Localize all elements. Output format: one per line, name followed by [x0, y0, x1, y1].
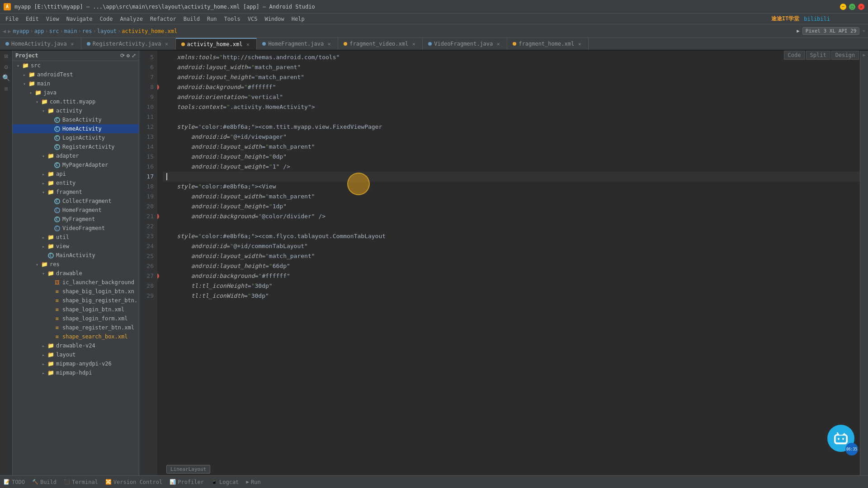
design-view-btn[interactable]: Design: [831, 51, 859, 60]
sidebar-header: Project ⟳ ⚙ ⤢: [13, 51, 139, 61]
tab-close-button[interactable]: ✕: [69, 41, 75, 47]
tree-item-HomeFragment[interactable]: CHomeFragment: [13, 206, 139, 215]
tree-item-MyPagerAdapter[interactable]: CMyPagerAdapter: [13, 160, 139, 169]
menu-item-window[interactable]: Window: [261, 15, 288, 23]
tree-item-fragment[interactable]: ▾📁fragment: [13, 188, 139, 197]
breadcrumb-item-2[interactable]: src: [49, 28, 59, 34]
tab-close-button[interactable]: ✕: [495, 41, 501, 47]
menu-item-vcs[interactable]: VCS: [244, 15, 261, 23]
tree-item-api[interactable]: ▸📁api: [13, 169, 139, 178]
tree-item-layout[interactable]: ▸📁layout: [13, 350, 139, 359]
gutter-icon-4[interactable]: ≡: [4, 85, 8, 92]
tree-item-shape_login_btn-xml[interactable]: ≡shape_login_btn.xml: [13, 305, 139, 314]
tab-close-button[interactable]: ✕: [410, 41, 417, 47]
tree-item-java[interactable]: ▾📁java: [13, 88, 139, 97]
tree-item-mipmap-hdpi[interactable]: ▸📁mipmap-hdpi: [13, 368, 139, 377]
menu-item-view[interactable]: View: [42, 15, 63, 23]
tree-item-HomeActivity[interactable]: CHomeActivity: [13, 124, 139, 133]
menu-item-refactor[interactable]: Refactor: [146, 15, 180, 23]
tree-item-shape_register_btn-xml[interactable]: ≡shape_register_btn.xml: [13, 323, 139, 332]
tree-item-BaseActivity[interactable]: CBaseActivity: [13, 115, 139, 124]
run-icon[interactable]: ▶: [797, 28, 800, 34]
bottom-tab-logcat[interactable]: 📱Logcat: [211, 479, 239, 485]
breadcrumb-item-4[interactable]: res: [82, 28, 92, 34]
tab-fragment_home-xml[interactable]: fragment_home.xml✕: [507, 38, 589, 50]
bottom-tab-terminal[interactable]: ⬛Terminal: [64, 479, 98, 485]
toolbar-icon-back[interactable]: ◀: [3, 28, 6, 34]
tree-item-view[interactable]: ▸📁view: [13, 242, 139, 251]
tab-fragment_video-xml[interactable]: fragment_video.xml✕: [338, 38, 423, 50]
tree-item-res[interactable]: ▾📁res: [13, 260, 139, 269]
bottom-tab-build[interactable]: 🔨Build: [32, 479, 57, 485]
breadcrumb-item-1[interactable]: app: [34, 28, 44, 34]
menu-item-run[interactable]: Run: [203, 15, 221, 23]
tree-item-MainActivity[interactable]: CMainActivity: [13, 251, 139, 260]
split-view-btn[interactable]: Split: [806, 51, 830, 60]
menu-item-file[interactable]: File: [2, 15, 22, 23]
tree-item-CollectFragment[interactable]: CCollectFragment: [13, 197, 139, 206]
tab-label: fragment_home.xml: [519, 41, 574, 47]
gutter-icon-1[interactable]: ⊞: [4, 52, 8, 60]
tree-item-mipmap-anydpi-v26[interactable]: ▸📁mipmap-anydpi-v26: [13, 359, 139, 368]
tree-item-drawable[interactable]: ▾📁drawable: [13, 269, 139, 278]
bottom-tab-run[interactable]: ▶Run: [246, 479, 260, 485]
maximize-button[interactable]: □: [849, 4, 855, 10]
gutter-icon-2[interactable]: ⚙: [4, 63, 8, 70]
tree-item-shape_login_form-xml[interactable]: ≡shape_login_form.xml: [13, 314, 139, 323]
api-dropdown-arrow[interactable]: ▾: [862, 28, 865, 34]
bottom-tab-version-control[interactable]: 🔀Version Control: [105, 479, 162, 485]
menu-item-help[interactable]: Help: [288, 15, 308, 23]
device-selector[interactable]: Pixel 3 XL API 29: [802, 27, 860, 35]
sidebar-gear-icon[interactable]: ⚙: [127, 52, 130, 59]
tree-item-util[interactable]: ▸📁util: [13, 233, 139, 242]
menu-item-code[interactable]: Code: [96, 15, 117, 23]
editor-content[interactable]: xmlns:tools="http://schemas.android.com/…: [157, 51, 860, 475]
tree-item-src[interactable]: ▾📁src: [13, 61, 139, 70]
menu-item-build[interactable]: Build: [180, 15, 203, 23]
tree-item-shape_search_box-xml[interactable]: ≡shape_search_box.xml: [13, 332, 139, 341]
window-controls[interactable]: ─ □ ✕: [840, 4, 864, 10]
gutter-icon-3[interactable]: 🔍: [2, 74, 10, 81]
minimize-button[interactable]: ─: [840, 4, 846, 10]
breadcrumb-item-0[interactable]: myapp: [13, 28, 29, 34]
tree-arrow: ▸: [40, 244, 47, 249]
tab-RegisterActivity-java[interactable]: RegisterActivity.java✕: [81, 38, 176, 50]
tab-close-button[interactable]: ✕: [576, 41, 583, 47]
tree-item-VideoFragment[interactable]: CVideoFragment: [13, 224, 139, 233]
tab-VideoFragment-java[interactable]: VideoFragment.java✕: [423, 38, 507, 50]
tree-item-shape_big_register_btn-[interactable]: ≡shape_big_register_btn.: [13, 296, 139, 305]
breadcrumb-item-3[interactable]: main: [64, 28, 77, 34]
tab-HomeFragment-java[interactable]: HomeFragment.java✕: [257, 38, 338, 50]
tree-item-adapter[interactable]: ▾📁adapter: [13, 151, 139, 160]
bottom-tab-profiler[interactable]: 📊Profiler: [170, 479, 204, 485]
tree-item-activity[interactable]: ▾📁activity: [13, 106, 139, 115]
tree-item-entity[interactable]: ▸📁entity: [13, 178, 139, 188]
tree-item-androidTest[interactable]: ▸📁androidTest: [13, 70, 139, 79]
right-panel-icon[interactable]: ▶: [863, 52, 865, 57]
tree-item-main[interactable]: ▾📁main: [13, 79, 139, 88]
sidebar-expand-icon[interactable]: ⤢: [132, 52, 136, 59]
close-button[interactable]: ✕: [858, 4, 864, 10]
tab-activity_home-xml[interactable]: activity_home.xml✕: [176, 38, 257, 50]
tab-close-button[interactable]: ✕: [164, 41, 170, 47]
tab-HomeActivity-java[interactable]: HomeActivity.java✕: [0, 38, 81, 50]
tree-item-RegisterActivity[interactable]: CRegisterActivity: [13, 142, 139, 151]
tab-close-button[interactable]: ✕: [245, 41, 251, 47]
tab-close-button[interactable]: ✕: [326, 41, 332, 47]
toolbar-icon-forward[interactable]: ▶: [8, 28, 11, 34]
tree-item-MyFragment[interactable]: CMyFragment: [13, 215, 139, 224]
tree-item-com-ttit-myapp[interactable]: ▾📁com.ttit.myapp: [13, 97, 139, 106]
tree-item-ic_launcher_background[interactable]: 🖼ic_launcher_background: [13, 278, 139, 287]
menu-item-analyze[interactable]: Analyze: [116, 15, 146, 23]
tab-type-indicator: [513, 42, 516, 46]
menu-item-navigate[interactable]: Navigate: [63, 15, 96, 23]
sidebar-sync-icon[interactable]: ⟳: [120, 52, 125, 59]
code-view-btn[interactable]: Code: [784, 51, 805, 60]
tree-item-LoginActivity[interactable]: CLoginActivity: [13, 133, 139, 142]
tree-item-drawable-v24[interactable]: ▸📁drawable-v24: [13, 341, 139, 350]
breadcrumb-item-5[interactable]: layout: [97, 28, 117, 34]
menu-item-tools[interactable]: Tools: [221, 15, 244, 23]
bottom-tab-todo[interactable]: 📝TODO: [4, 479, 25, 485]
menu-item-edit[interactable]: Edit: [22, 15, 42, 23]
tree-item-shape_big_login_btn-xn[interactable]: ≡shape_big_login_btn.xn: [13, 287, 139, 296]
